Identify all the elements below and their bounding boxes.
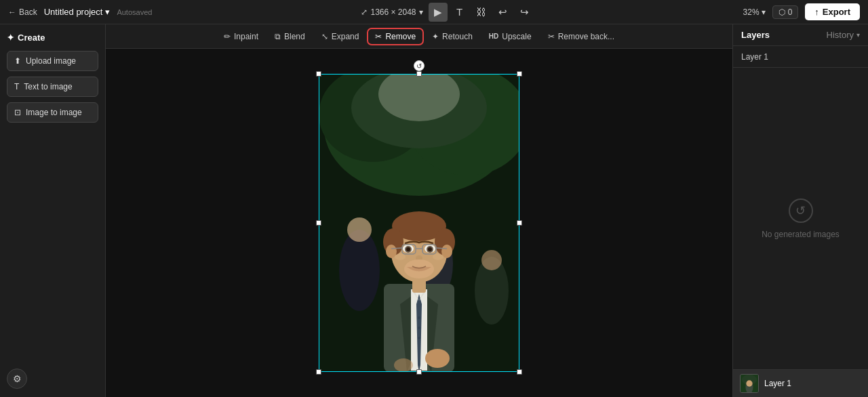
layer1-title: Layer 1 (741, 52, 768, 62)
sidebar-footer: ⚙ (7, 369, 98, 389)
topbar: ← Back Untitled project ▾ Autosaved ⤢ 13… (0, 0, 868, 24)
layer-thumbnail (740, 374, 759, 393)
handle-bottom-middle[interactable] (416, 369, 422, 375)
handle-top-right[interactable] (517, 71, 522, 77)
settings-button[interactable]: ⚙ (7, 369, 27, 389)
handle-top-middle[interactable] (416, 71, 422, 77)
export-button[interactable]: ↑ Export (805, 3, 860, 20)
canvas-dimensions: 1366 × 2048 (370, 7, 416, 17)
right-sidebar: Layers History ▾ Layer 1 ↺ No generated … (732, 24, 868, 397)
image-container[interactable]: ↺ (319, 74, 519, 372)
link-icon: ⛓ (476, 6, 486, 18)
project-name-text: Untitled project (44, 7, 103, 17)
svg-point-18 (418, 327, 420, 329)
credits-value: 0 (788, 7, 793, 17)
handle-middle-right[interactable] (517, 220, 522, 226)
zoom-chevron-icon: ▾ (762, 7, 766, 17)
undo-button[interactable]: ↩ (494, 3, 513, 22)
image-icon: ⊡ (14, 108, 21, 117)
redo-button[interactable]: ↪ (515, 3, 534, 22)
create-icon: ✦ (7, 33, 14, 43)
remove-icon: ✂ (375, 32, 382, 41)
no-generated-text: No generated images (762, 230, 840, 239)
rotate-icon: ↺ (416, 62, 422, 70)
retouch-button[interactable]: ✦ Retouch (425, 29, 479, 44)
inpaint-button[interactable]: ✏ Inpaint (217, 29, 265, 44)
image-to-image-label: Image to image (26, 108, 82, 117)
svg-point-31 (406, 247, 410, 251)
export-label: Export (823, 7, 850, 17)
svg-point-43 (433, 253, 443, 260)
no-generated-section: ↺ No generated images (733, 68, 868, 369)
link-tool-button[interactable]: ⛓ (472, 3, 491, 22)
svg-point-7 (347, 217, 372, 242)
handle-bottom-right[interactable] (517, 369, 522, 375)
tool-strip: ✏ Inpaint ⧉ Blend ⤡ Expand ✂ Remove ✦ Re… (106, 24, 732, 49)
topbar-tools: ▶ T ⛓ ↩ ↪ (429, 3, 534, 22)
zoom-value: 32% (743, 7, 760, 17)
topbar-right: 32% ▾ ⬡ 0 ↑ Export (743, 3, 860, 20)
redo-icon: ↪ (520, 6, 529, 18)
layers-tab[interactable]: Layers (741, 30, 770, 40)
settings-icon: ⚙ (13, 373, 22, 384)
expand-icon: ⤡ (321, 32, 328, 41)
text-to-image-label: Text to image (24, 82, 72, 91)
handle-bottom-left[interactable] (316, 369, 321, 375)
gen-rotate-icon: ↺ (795, 203, 806, 218)
svg-point-9 (481, 250, 502, 270)
play-icon: ▶ (434, 6, 442, 18)
handle-top-left[interactable] (316, 71, 321, 77)
right-panel-header: Layers History ▾ (733, 24, 868, 46)
rotate-handle[interactable]: ↺ (414, 60, 425, 71)
credits-badge[interactable]: ⬡ 0 (772, 5, 799, 19)
canvas-chevron-icon: ▾ (419, 7, 423, 17)
main-content: ✦ Create ⬆ Upload image T Text to image … (0, 24, 868, 397)
upload-image-button[interactable]: ⬆ Upload image (7, 51, 98, 71)
undo-icon: ↩ (498, 6, 507, 18)
topbar-left: ← Back Untitled project ▾ Autosaved (8, 7, 152, 17)
credits-icon: ⬡ (778, 7, 785, 17)
upscale-label: Upscale (502, 32, 531, 41)
svg-point-34 (428, 247, 432, 251)
canvas-area: ✏ Inpaint ⧉ Blend ⤡ Expand ✂ Remove ✦ Re… (106, 24, 732, 397)
svg-point-44 (425, 349, 450, 368)
layer-item[interactable]: Layer 1 (733, 369, 868, 397)
project-name[interactable]: Untitled project ▾ (44, 7, 111, 17)
type-icon: T (456, 6, 462, 18)
export-arrow-icon: ↑ (814, 7, 819, 17)
back-label: Back (19, 7, 37, 17)
zoom-level[interactable]: 32% ▾ (743, 7, 766, 17)
expand-button[interactable]: ⤡ Expand (315, 29, 366, 44)
image-to-image-button[interactable]: ⊡ Image to image (7, 102, 98, 123)
type-tool-button[interactable]: T (450, 3, 469, 22)
resize-icon: ⤢ (361, 7, 368, 17)
history-tab[interactable]: History (827, 30, 854, 40)
upload-icon: ⬆ (14, 56, 21, 66)
remove-button[interactable]: ✂ Remove (368, 29, 422, 44)
back-button[interactable]: ← Back (8, 7, 37, 17)
upscale-icon: HD (489, 33, 498, 40)
remove-bg-button[interactable]: ✂ Remove back... (541, 29, 621, 44)
remove-bg-label: Remove back... (558, 32, 614, 41)
layer1-header: Layer 1 (733, 46, 868, 68)
expand-label: Expand (332, 32, 359, 41)
left-sidebar: ✦ Create ⬆ Upload image T Text to image … (0, 24, 106, 397)
svg-point-45 (394, 358, 413, 372)
inpaint-label: Inpaint (234, 32, 258, 41)
handle-middle-left[interactable] (316, 220, 321, 226)
text-to-image-button[interactable]: T Text to image (7, 77, 98, 97)
blend-button[interactable]: ⧉ Blend (268, 29, 312, 44)
gen-icon: ↺ (789, 198, 813, 223)
play-tool-button[interactable]: ▶ (429, 3, 448, 22)
svg-point-17 (418, 316, 420, 319)
canvas-size-display[interactable]: ⤢ 1366 × 2048 ▾ (361, 7, 422, 17)
svg-point-49 (746, 380, 752, 386)
retouch-icon: ✦ (432, 32, 439, 41)
create-section-title: ✦ Create (7, 33, 98, 43)
back-icon: ← (8, 7, 16, 17)
svg-line-39 (436, 248, 447, 249)
upscale-button[interactable]: HD Upscale (482, 29, 538, 44)
canvas-viewport[interactable]: ↺ (106, 49, 732, 397)
text-icon: T (14, 82, 19, 91)
topbar-center: ⤢ 1366 × 2048 ▾ ▶ T ⛓ ↩ ↪ (361, 3, 534, 22)
